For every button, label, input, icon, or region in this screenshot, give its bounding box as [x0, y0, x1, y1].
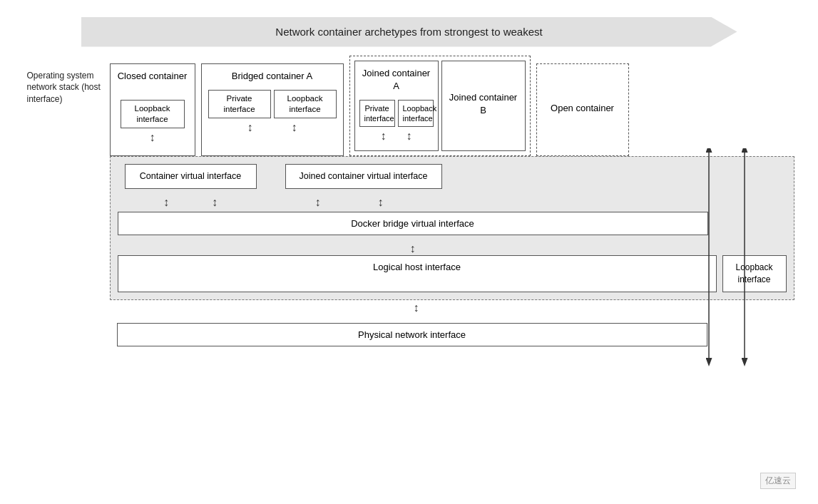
bridged-ifaces: Private interface Loopback interface — [208, 90, 337, 118]
joined-container-a: Joined container A Private interface Loo… — [354, 61, 439, 151]
open-title: Open container — [551, 102, 614, 115]
bridged-loopback-iface: Loopback interface — [274, 90, 337, 118]
container-virtual-iface: Container virtual interface — [125, 164, 257, 190]
whole-diagram: Closed container Loopback interface ↕ Br… — [110, 56, 794, 346]
joined-outer: Joined container A Private interface Loo… — [349, 56, 531, 156]
physical-net-row: Physical network interface — [110, 323, 794, 346]
arrow-shape: Network container archetypes from strong… — [81, 17, 737, 47]
to-physical-arrow: ↕ — [110, 302, 723, 314]
virt-to-bridge-arrows: ↕ ↕ ↕ ↕ — [118, 196, 787, 209]
joined-a-title: Joined container A — [361, 67, 432, 93]
joined-a-ifaces: Private interface Loopback interface — [361, 100, 432, 128]
docker-bridge: Docker bridge virtual interface — [118, 212, 708, 235]
joined-container-b: Joined container B — [441, 61, 526, 151]
closed-container: Closed container Loopback interface ↕ — [110, 63, 195, 156]
bridge-down-arrow: ↕ — [118, 242, 708, 255]
bridged-title: Bridged container A — [208, 70, 337, 83]
closed-container-title: Closed container — [116, 70, 189, 83]
physical-net-box: Physical network interface — [117, 323, 707, 346]
os-label: Operating system network stack (host int… — [24, 56, 110, 346]
arrow-banner: Network container archetypes from strong… — [24, 17, 794, 47]
logical-host-box: Logical host interface — [118, 255, 717, 292]
bridged-container: Bridged container A Private interface Lo… — [201, 63, 344, 156]
logical-host-row: Logical host interface Loopback interfac… — [118, 255, 787, 292]
open-container: Open container — [536, 63, 629, 156]
virtual-ifaces-row: Container virtual interface Joined conta… — [118, 164, 787, 190]
joined-virtual-iface: Joined container virtual interface — [285, 164, 442, 190]
bridged-private-iface: Private interface — [208, 90, 271, 118]
os-network-area: Container virtual interface Joined conta… — [110, 156, 794, 300]
joined-a-loopback: Loopback interface — [398, 100, 434, 128]
arrow-title: Network container archetypes from strong… — [275, 26, 542, 38]
diagram-wrapper: Network container archetypes from strong… — [17, 10, 802, 495]
watermark: 亿速云 — [760, 473, 796, 489]
containers-row: Closed container Loopback interface ↕ Br… — [110, 56, 794, 156]
joined-b-title: Joined container B — [448, 91, 519, 117]
joined-containers-inner: Joined container A Private interface Loo… — [354, 61, 526, 151]
closed-loopback-iface: Loopback interface — [121, 100, 185, 128]
loopback-host-box: Loopback interface — [722, 255, 787, 292]
joined-a-private: Private interface — [359, 100, 395, 128]
